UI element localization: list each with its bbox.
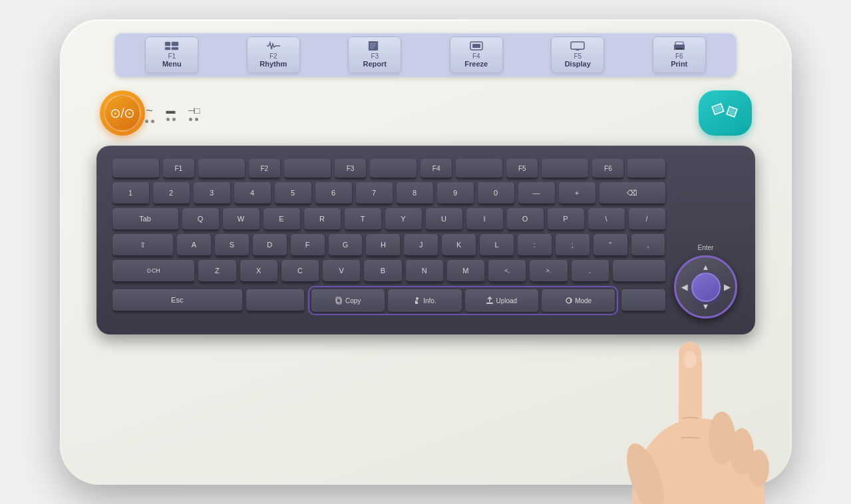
- key-m[interactable]: M: [447, 260, 485, 283]
- key-ctrl-ch[interactable]: ⊙CH: [112, 260, 196, 283]
- key-e[interactable]: E: [263, 208, 301, 231]
- key-esc[interactable]: Esc: [112, 289, 244, 312]
- key-z[interactable]: Z: [198, 260, 236, 283]
- key-minus[interactable]: —: [518, 182, 556, 205]
- key-d[interactable]: D: [253, 234, 287, 257]
- fn-key-f2[interactable]: F2 Rhythm: [247, 37, 300, 73]
- fn-key-f4[interactable]: F4 Freeze: [450, 37, 503, 73]
- key-fn-f5[interactable]: F5: [506, 159, 538, 179]
- key-3[interactable]: 3: [194, 182, 231, 205]
- key-shift[interactable]: ⇧: [112, 234, 174, 257]
- key-l[interactable]: L: [480, 234, 514, 257]
- key-n[interactable]: N: [406, 260, 444, 283]
- key-plus[interactable]: +: [559, 182, 596, 205]
- key-x[interactable]: X: [240, 260, 278, 283]
- key-w[interactable]: W: [223, 208, 260, 231]
- print-icon: [672, 41, 687, 51]
- key-9[interactable]: 9: [437, 182, 474, 205]
- nav-right-arrow[interactable]: ▶: [724, 283, 730, 292]
- key-fn-blank1[interactable]: [198, 159, 246, 179]
- key-c[interactable]: C: [281, 260, 319, 283]
- key-fn-f2[interactable]: F2: [249, 159, 281, 179]
- svg-point-32: [748, 449, 769, 487]
- key-blank-enter-area[interactable]: [613, 260, 666, 283]
- asdf-row: ⇧ A S D F G H J K L : ; " ,: [112, 234, 666, 257]
- key-mode[interactable]: Mode: [542, 289, 615, 312]
- key-upload[interactable]: Upload: [465, 289, 538, 312]
- key-semicolon[interactable]: ;: [556, 234, 590, 257]
- key-h[interactable]: H: [366, 234, 401, 257]
- zxcv-row: ⊙CH Z X C V B N M <, >. .: [112, 260, 666, 283]
- key-fn-f4[interactable]: F4: [421, 159, 452, 179]
- key-4[interactable]: 4: [234, 182, 271, 205]
- key-g[interactable]: G: [329, 234, 363, 257]
- fn-key-f5[interactable]: F5 Display: [551, 37, 604, 73]
- svg-point-29: [679, 342, 701, 368]
- key-gt-period[interactable]: >.: [530, 260, 568, 283]
- orange-power-button[interactable]: ⊙/⊙: [100, 90, 145, 136]
- key-j[interactable]: J: [404, 234, 438, 257]
- key-y[interactable]: Y: [385, 208, 423, 231]
- key-o[interactable]: O: [507, 208, 544, 231]
- key-b[interactable]: B: [364, 260, 402, 283]
- key-i[interactable]: I: [466, 208, 504, 231]
- key-fn-blank6[interactable]: [627, 159, 665, 179]
- nav-up-arrow[interactable]: ▲: [702, 263, 710, 272]
- key-fn-blank4[interactable]: [456, 159, 503, 179]
- key-fn-f6[interactable]: F6: [592, 159, 624, 179]
- key-quote[interactable]: ": [594, 234, 628, 257]
- key-copy[interactable]: Copy: [311, 289, 385, 312]
- key-2[interactable]: 2: [153, 182, 190, 205]
- key-1[interactable]: 1: [112, 182, 150, 205]
- fn-key-f3[interactable]: F3 Report: [348, 37, 401, 73]
- key-slash[interactable]: /: [629, 208, 666, 231]
- nav-pad[interactable]: ▲ ◀ ▶ ▼: [674, 255, 737, 318]
- key-a[interactable]: A: [177, 234, 212, 257]
- key-fn-blank2[interactable]: [284, 159, 331, 179]
- key-q[interactable]: Q: [182, 208, 220, 231]
- key-fn-f1[interactable]: F1: [163, 159, 195, 179]
- key-5[interactable]: 5: [275, 182, 312, 205]
- mode-icon: [565, 297, 573, 305]
- key-backspace[interactable]: ⌫: [599, 182, 666, 205]
- key-comma[interactable]: ,: [631, 234, 666, 257]
- key-k[interactable]: K: [442, 234, 476, 257]
- key-p[interactable]: P: [548, 208, 585, 231]
- fn-key-f1[interactable]: F1 Menu: [145, 37, 198, 73]
- key-tab[interactable]: Tab: [112, 208, 179, 231]
- key-fn-f3[interactable]: F3: [335, 159, 367, 179]
- nav-center[interactable]: [691, 273, 721, 302]
- key-f[interactable]: F: [291, 234, 325, 257]
- key-blank-left[interactable]: [112, 159, 160, 179]
- nav-left-arrow[interactable]: ◀: [681, 283, 687, 292]
- fn-key-f6[interactable]: F6 Print: [653, 37, 706, 73]
- key-fn-blank5[interactable]: [542, 159, 589, 179]
- key-r[interactable]: R: [304, 208, 341, 231]
- key-blank-bottom2[interactable]: [621, 289, 665, 312]
- key-u[interactable]: U: [426, 208, 463, 231]
- svg-point-33: [619, 439, 671, 504]
- f4-label: Freeze: [464, 60, 488, 68]
- key-blank-bottom1[interactable]: [246, 289, 305, 312]
- key-7[interactable]: 7: [356, 182, 393, 205]
- nav-down-arrow[interactable]: ▼: [702, 302, 710, 311]
- key-backslash[interactable]: \: [588, 208, 625, 231]
- key-0[interactable]: 0: [478, 182, 515, 205]
- key-s[interactable]: S: [215, 234, 250, 257]
- teal-start-button[interactable]: [699, 90, 752, 136]
- key-rows: F1 F2 F3 F4 F5 F6 1 2 3: [112, 159, 666, 318]
- device-body: F1 Menu F2 Rhythm F3 Report F4 Freeze: [60, 19, 792, 485]
- key-lt-comma[interactable]: <,: [488, 260, 526, 283]
- key-8[interactable]: 8: [397, 182, 434, 205]
- key-period[interactable]: .: [572, 260, 609, 283]
- f3-label: Report: [363, 60, 387, 68]
- key-info[interactable]: Info.: [388, 289, 461, 312]
- key-v[interactable]: V: [323, 260, 361, 283]
- copy-icon: [335, 297, 343, 305]
- key-fn-blank3[interactable]: [370, 159, 417, 179]
- dot3: [166, 118, 170, 121]
- special-keys-group: Copy Info. Upload Mode: [308, 286, 618, 315]
- key-colon[interactable]: :: [518, 234, 552, 257]
- key-6[interactable]: 6: [315, 182, 353, 205]
- key-t[interactable]: T: [345, 208, 382, 231]
